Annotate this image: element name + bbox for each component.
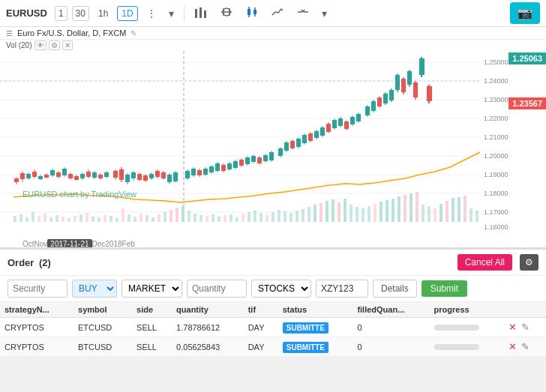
svg-rect-178 <box>203 169 208 175</box>
svg-rect-192 <box>245 157 250 164</box>
svg-rect-40 <box>20 214 22 222</box>
svg-rect-130 <box>50 170 55 175</box>
svg-text:1.19000: 1.19000 <box>484 171 508 178</box>
svg-rect-59 <box>134 217 136 222</box>
compare-icon[interactable] <box>292 4 314 22</box>
svg-rect-250 <box>427 86 432 101</box>
vol-icon-settings[interactable]: ⚙ <box>49 40 60 50</box>
xaxis-oct: Oct <box>22 240 34 248</box>
svg-rect-112 <box>452 198 454 222</box>
svg-rect-107 <box>422 205 424 222</box>
svg-rect-7 <box>248 9 250 15</box>
svg-text:1.25000: 1.25000 <box>484 58 508 66</box>
chart-svg-wrapper[interactable]: 1.25000 1.24000 1.23000 1.22000 1.21000 … <box>0 51 546 237</box>
svg-rect-60 <box>140 214 142 222</box>
table-row: CRYPTOS BTCUSD SELL 0.05625843 DAY SUBMI… <box>0 337 546 357</box>
order-type-select[interactable]: MARKET LIMIT <box>122 280 182 298</box>
svg-rect-103 <box>398 196 400 222</box>
svg-rect-108 <box>428 206 430 222</box>
col-side: side <box>132 302 172 318</box>
svg-text:1.23000: 1.23000 <box>484 96 508 103</box>
svg-text:1.24000: 1.24000 <box>484 77 508 85</box>
edit-row-button[interactable]: ✎ <box>520 321 530 334</box>
row-side: SELL <box>132 318 172 337</box>
svg-rect-83 <box>278 210 280 222</box>
delete-row-button[interactable]: ✕ <box>508 340 518 353</box>
edit-icon[interactable]: ✎ <box>130 29 136 37</box>
svg-rect-234 <box>377 97 382 106</box>
timeframe-1d[interactable]: 1D <box>117 6 137 21</box>
security-input[interactable] <box>8 280 68 298</box>
svg-rect-85 <box>290 213 292 222</box>
svg-rect-136 <box>68 174 73 178</box>
toolbar-num1[interactable]: 1 <box>55 6 68 21</box>
svg-rect-113 <box>458 197 460 222</box>
svg-rect-118 <box>14 178 19 182</box>
symbol-label: EURUSD <box>6 7 47 19</box>
col-filled: filledQuan... <box>352 302 429 318</box>
menu-icon[interactable]: ☰ <box>6 29 13 37</box>
orders-table: strategyN... symbol side quantity tif st… <box>0 302 546 357</box>
svg-rect-188 <box>233 161 238 168</box>
svg-rect-140 <box>80 174 85 178</box>
svg-rect-61 <box>146 215 148 222</box>
svg-rect-78 <box>248 212 250 222</box>
edit-row-button[interactable]: ✎ <box>520 340 530 353</box>
bar-chart-icon[interactable] <box>190 4 212 22</box>
chevron-down-icon2[interactable]: ▾ <box>318 5 331 22</box>
svg-rect-216 <box>320 127 325 136</box>
svg-rect-190 <box>239 160 244 166</box>
side-select[interactable]: BUY SELL <box>72 280 117 298</box>
svg-rect-200 <box>269 152 274 160</box>
status-badge: SUBMITTE <box>283 342 328 353</box>
account-input[interactable] <box>316 280 368 298</box>
candle-icon[interactable] <box>242 4 262 22</box>
gear-settings-button[interactable]: ⚙ <box>520 254 538 271</box>
quantity-input[interactable] <box>187 280 247 298</box>
details-button[interactable]: Details <box>373 280 417 298</box>
asset-type-select[interactable]: STOCKS CRYPTO <box>251 280 311 298</box>
row-tif: DAY <box>244 337 278 357</box>
svg-rect-75 <box>230 214 232 222</box>
svg-rect-51 <box>86 213 88 222</box>
toolbar-num2[interactable]: 30 <box>72 6 89 21</box>
svg-rect-86 <box>296 211 298 222</box>
svg-rect-84 <box>284 211 286 222</box>
camera-button[interactable]: 📷 <box>510 2 540 24</box>
svg-text:1.16000: 1.16000 <box>484 223 508 231</box>
vol-icon-eye[interactable]: 👁 <box>34 40 46 50</box>
svg-rect-210 <box>302 135 307 143</box>
svg-rect-76 <box>236 217 238 222</box>
row-strategy: CRYPTOS <box>0 318 74 337</box>
chart-container: ☰ Euro Fx/U.S. Dollar, D, FXCM ✎ Vol (20… <box>0 27 546 248</box>
row-progress <box>430 318 503 337</box>
chevron-down-icon[interactable]: ▾ <box>165 5 178 22</box>
xaxis-date-highlight: 2017-11-21 <box>47 239 92 249</box>
svg-rect-82 <box>272 212 274 222</box>
svg-rect-49 <box>74 216 76 222</box>
svg-rect-104 <box>404 195 406 222</box>
svg-rect-41 <box>26 217 28 222</box>
svg-rect-172 <box>185 171 190 178</box>
line-chart-icon[interactable] <box>267 4 288 22</box>
delete-row-button[interactable]: ✕ <box>508 321 518 334</box>
svg-rect-53 <box>98 217 100 222</box>
submit-button[interactable]: Submit <box>422 280 467 297</box>
col-actions <box>503 302 546 318</box>
svg-rect-240 <box>395 75 400 90</box>
progress-bar <box>434 344 479 350</box>
svg-rect-134 <box>62 169 67 175</box>
price-high-label: 1.25063 <box>508 52 546 64</box>
row-symbol: ETCUSD <box>74 318 132 337</box>
timeframe-1h[interactable]: 1h <box>94 6 112 21</box>
svg-rect-74 <box>224 215 226 222</box>
more-options-icon[interactable]: ⋮ <box>142 5 160 22</box>
orders-table-header: strategyN... symbol side quantity tif st… <box>0 302 546 318</box>
scale-icon[interactable] <box>216 4 237 22</box>
svg-rect-97 <box>362 208 364 222</box>
vol-icon-close[interactable]: ✕ <box>62 40 73 50</box>
cancel-all-button[interactable]: Cancel All <box>458 254 512 271</box>
svg-rect-152 <box>119 169 124 180</box>
svg-rect-174 <box>191 169 196 175</box>
svg-rect-2 <box>204 10 206 18</box>
